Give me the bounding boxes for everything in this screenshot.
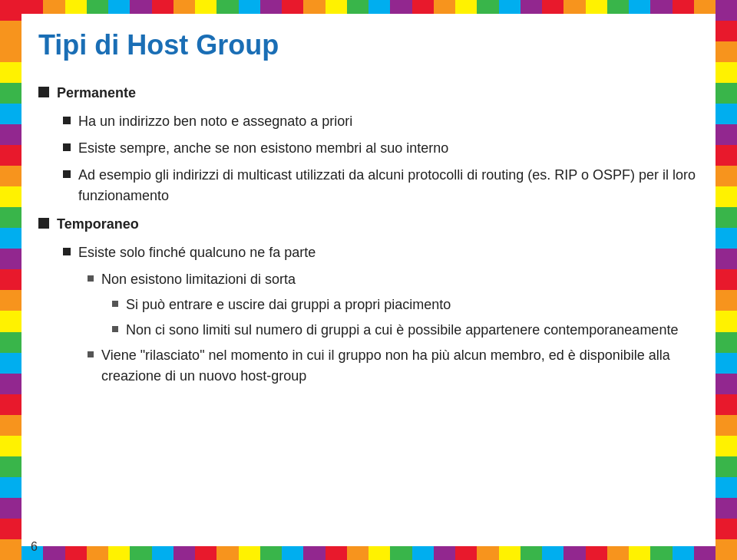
text-esiste-sempre: Esiste sempre, anche se non esistono mem… <box>78 138 699 159</box>
text-esiste-solo: Esiste solo finché qualcuno ne fa parte <box>78 242 699 263</box>
bottom-decoration <box>21 546 716 560</box>
text-non-esistono: Non esistono limitazioni di sorta <box>101 269 699 290</box>
text-indirizzo: Ha un indirizzo ben noto e assegnato a p… <box>78 111 699 132</box>
text-non-ci-sono: Non ci sono limiti sul numero di gruppi … <box>126 320 699 341</box>
content-area: Permanente Ha un indirizzo ben noto e as… <box>38 83 699 387</box>
bullet-icon-l2-4 <box>63 248 71 255</box>
page-number: 6 <box>31 540 38 554</box>
text-esempio: Ad esempio gli indirizzi di multicast ut… <box>78 165 699 206</box>
bullet-non-esistono: Non esistono limitazioni di sorta <box>88 269 699 290</box>
bullet-icon-l4-1 <box>112 301 118 307</box>
text-viene: Viene "rilasciato" nel momento in cui il… <box>101 345 699 387</box>
top-decoration <box>21 0 716 14</box>
bullet-indirizzo: Ha un indirizzo ben noto e assegnato a p… <box>63 111 699 132</box>
bullet-non-ci-sono: Non ci sono limiti sul numero di gruppi … <box>112 320 699 341</box>
bullet-icon-l1-temp <box>38 218 49 229</box>
slide-content: Tipi di Host Group Permanente Ha un indi… <box>31 14 706 537</box>
bullet-icon-l4-2 <box>112 326 118 332</box>
bullet-permanente: Permanente <box>38 83 699 104</box>
bullet-esempio: Ad esempio gli indirizzi di multicast ut… <box>63 165 699 206</box>
bullet-esiste-solo: Esiste solo finché qualcuno ne fa parte <box>63 242 699 263</box>
bullet-icon-l2-2 <box>63 143 71 151</box>
bullet-icon-l3-1 <box>88 275 94 282</box>
bullet-esiste-sempre: Esiste sempre, anche se non esistono mem… <box>63 138 699 159</box>
bullet-icon-l3-2 <box>88 351 94 357</box>
bullet-temporaneo: Temporaneo <box>38 214 699 235</box>
bullet-viene: Viene "rilasciato" nel momento in cui il… <box>88 345 699 387</box>
bullet-icon-l2-3 <box>63 170 71 178</box>
text-si-puo: Si può entrare e uscire dai gruppi a pro… <box>126 295 699 315</box>
bullet-icon-l1 <box>38 87 49 97</box>
bullet-si-puo: Si può entrare e uscire dai gruppi a pro… <box>112 295 699 315</box>
permanente-label: Permanente <box>57 83 699 104</box>
left-decoration <box>0 0 21 560</box>
right-decoration <box>716 0 737 560</box>
temporaneo-label: Temporaneo <box>57 214 699 235</box>
slide-title: Tipi di Host Group <box>38 29 699 61</box>
bullet-icon-l2-1 <box>63 117 71 124</box>
